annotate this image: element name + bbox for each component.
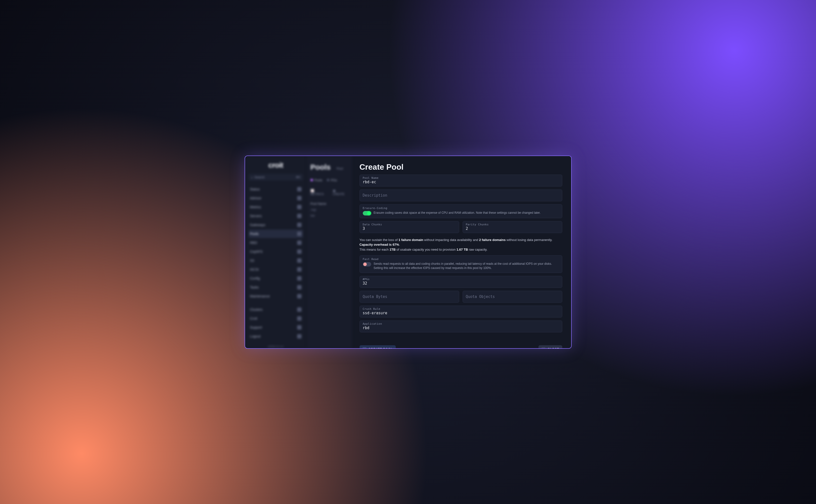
close-button[interactable]: × CLOSE xyxy=(539,345,562,348)
tab-dot-icon xyxy=(310,179,313,181)
sidebar-item[interactable]: Tasks xyxy=(248,283,303,292)
search-placeholder: Search xyxy=(254,175,295,179)
sidebar-item[interactable]: S3 xyxy=(248,256,303,265)
search-kbd: ⌘K xyxy=(296,176,300,179)
list-item[interactable]: .mgr xyxy=(310,208,348,212)
sidebar-item[interactable]: RBD xyxy=(248,239,303,247)
logo: croit xyxy=(248,161,303,169)
sidebar-item[interactable]: Status xyxy=(248,185,303,193)
nav-icon xyxy=(297,205,301,209)
quota-bytes-field[interactable]: Quota Bytes xyxy=(359,291,459,303)
sidebar-item-label: Pools xyxy=(250,232,259,236)
mid-create[interactable]: ▣ CREATE xyxy=(333,189,348,196)
fast-read-toggle[interactable] xyxy=(363,262,371,266)
pool-name-field[interactable]: Pool Name xyxy=(359,175,562,186)
parity-chunks-input[interactable] xyxy=(466,226,559,231)
sidebar-item[interactable]: Servers xyxy=(248,212,303,220)
description-placeholder: Description xyxy=(363,193,559,198)
fast-read-desc: Sends read requests to all data and codi… xyxy=(374,262,559,270)
crush-rule-label: Crush Rule xyxy=(363,307,559,311)
sidebar-item[interactable]: Maintenance xyxy=(248,292,303,300)
sidebar-item-label: Support xyxy=(250,325,262,329)
crush-rule-input[interactable] xyxy=(363,311,559,315)
sidebar-item[interactable]: Advisor xyxy=(248,194,303,202)
mid-title: Pools xyxy=(310,163,331,171)
data-chunks-label: Data Chunks xyxy=(363,223,456,226)
tab-pools[interactable]: Pools xyxy=(310,178,323,182)
pgs-label: #PGs xyxy=(363,278,559,281)
sidebar-item-label: Advisor xyxy=(250,196,262,200)
sidebar-item-label: S3 xyxy=(250,259,254,263)
sidebar-item[interactable]: iSCSI xyxy=(248,265,303,274)
pgs-input[interactable] xyxy=(363,281,559,286)
quota-objects-field[interactable]: Quota Objects xyxy=(463,291,562,303)
search-icon: ⌕ xyxy=(251,175,253,179)
nav-icon xyxy=(297,258,301,263)
tab-pools-label: Pools xyxy=(314,178,323,182)
application-label: Application xyxy=(363,322,559,325)
close-button-label: CLOSE xyxy=(547,347,559,348)
nav-icon xyxy=(297,267,301,272)
quota-objects-placeholder: Quota Objects xyxy=(466,294,559,299)
sidebar-item[interactable]: Gateways xyxy=(248,221,303,229)
parity-chunks-label: Parity Chunks xyxy=(466,223,559,226)
sidebar-item[interactable]: CephFS xyxy=(248,247,303,256)
page-title: Create Pool xyxy=(359,162,562,172)
sidebar-item[interactable]: Clusters xyxy=(248,305,303,314)
application-field[interactable]: Application xyxy=(359,320,562,332)
quota-bytes-placeholder: Quota Bytes xyxy=(363,294,456,299)
sidebar-item[interactable]: Support xyxy=(248,323,303,332)
sidebar-item-label: Logout xyxy=(250,334,261,338)
sidebar-item-label: RBD xyxy=(250,241,257,245)
pgs-field[interactable]: #PGs xyxy=(359,276,562,288)
parity-chunks-field[interactable]: Parity Chunks xyxy=(463,221,562,233)
erasure-coding-field: Erasure-Coding Erasure coding saves disk… xyxy=(359,204,562,218)
nav-icon xyxy=(297,232,301,236)
description-field[interactable]: Description xyxy=(359,189,562,201)
create-pool-panel: Create Pool Pool Name Description Erasur… xyxy=(352,156,571,348)
nav-icon xyxy=(297,249,301,254)
erasure-coding-label: Erasure-Coding xyxy=(363,207,559,210)
pool-name-input[interactable] xyxy=(363,180,559,184)
data-chunks-field[interactable]: Data Chunks xyxy=(359,221,459,233)
sidebar-item-label: Status xyxy=(250,187,260,191)
mid-metrics[interactable]: 📈 METRICS xyxy=(310,189,328,196)
sidebar-item[interactable]: Croit xyxy=(248,314,303,323)
sidebar-item[interactable]: Config xyxy=(248,274,303,283)
tab-dot-icon xyxy=(327,179,329,181)
pool-name-label: Pool Name xyxy=(363,176,559,180)
erasure-coding-toggle[interactable] xyxy=(363,211,371,215)
nav-icon xyxy=(297,334,301,339)
mid-list-header: Pool Name xyxy=(310,202,348,206)
tab-pgs[interactable]: PGs xyxy=(327,178,337,182)
sidebar-item-label: Maintenance xyxy=(250,294,270,298)
sidebar-item-label: Tasks xyxy=(250,285,259,289)
nav-icon xyxy=(297,240,301,245)
nav-icon xyxy=(297,307,301,312)
data-chunks-input[interactable] xyxy=(363,226,456,231)
close-icon: × xyxy=(542,347,546,348)
create-pool-button-label: CREATE POOL xyxy=(368,347,393,348)
sidebar-item-label: iSCSI xyxy=(250,267,259,271)
sidebar-item-label: Config xyxy=(250,276,260,280)
nav-icon xyxy=(297,316,301,321)
sidebar-item-label: CephFS xyxy=(250,250,263,254)
nav-icon xyxy=(297,196,301,200)
application-input[interactable] xyxy=(363,326,559,330)
sidebar-item-label: Metrics xyxy=(250,205,261,209)
fast-read-label: Fast Read xyxy=(363,258,559,261)
plus-icon: + xyxy=(362,347,366,348)
sidebar-item[interactable]: Logout xyxy=(248,332,303,341)
create-pool-button[interactable]: + CREATE POOL xyxy=(359,345,396,348)
mid-subtitle: Pool xyxy=(336,167,343,170)
crush-rule-field[interactable]: Crush Rule xyxy=(359,306,562,318)
capacity-info: You can sustain the loss of 1 failure do… xyxy=(359,238,562,252)
nav-icon xyxy=(297,276,301,281)
fast-read-field: Fast Read Sends read requests to all dat… xyxy=(359,255,562,273)
sidebar-item[interactable]: Pools xyxy=(248,230,303,238)
list-item[interactable]: rbd xyxy=(310,214,348,217)
sidebar-item-label: Croit xyxy=(250,317,257,320)
sidebar-item-label: Clusters xyxy=(250,308,263,312)
search-input[interactable]: ⌕ Search ⌘K xyxy=(248,174,303,181)
sidebar-item[interactable]: Metrics xyxy=(248,203,303,211)
